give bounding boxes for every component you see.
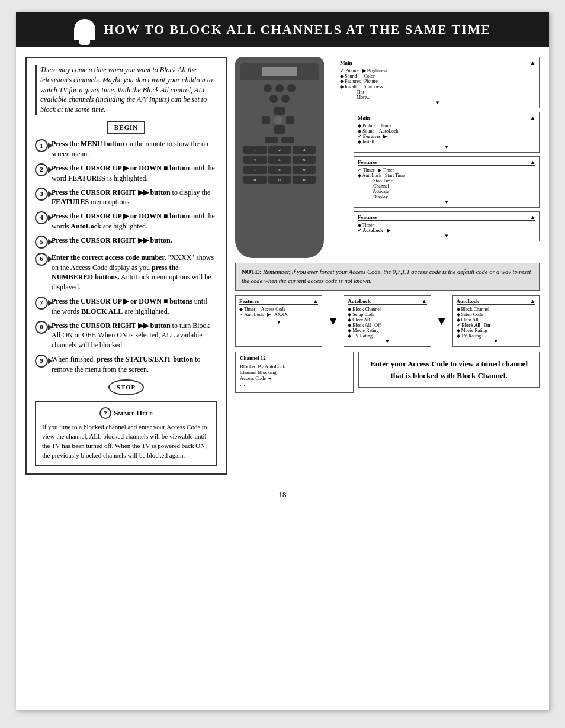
screen-main-1-title: Main▲: [340, 60, 535, 66]
screen-main-1-item3: ◆ Features Picture: [340, 79, 535, 84]
sf2-item1: ◆ Timer: [358, 223, 535, 228]
sf1-item3: Stop Time: [358, 178, 535, 183]
num-6[interactable]: 6: [293, 156, 316, 164]
sac-title: Features▲: [239, 298, 318, 305]
begin-badge: BEGIN: [107, 121, 145, 134]
screen-main-2-item3: ✓ Features ▶: [358, 134, 535, 139]
step-6-text: Enter the correct access code number. "X…: [52, 253, 217, 292]
screen-main-2-item2: ◆ Sound AutoLock: [358, 128, 535, 134]
note-label: NOTE:: [242, 269, 261, 275]
step-4-text: Press the CURSOR UP ▶ or DOWN ■ button u…: [52, 211, 217, 231]
num-2[interactable]: 2: [268, 146, 291, 154]
dpad-left[interactable]: [262, 116, 270, 124]
num-4[interactable]: 4: [243, 156, 267, 164]
enter-access-text: Enter your Access Code to view a tuned c…: [367, 358, 531, 381]
num-0c[interactable]: 0: [293, 176, 316, 184]
step-6-number: 6: [35, 253, 48, 266]
channel-blocking: Channel Blocking: [240, 369, 349, 375]
step-6: 6 Enter the correct access code number. …: [35, 253, 217, 292]
bottom-panels: Channel 12 Blocked By AutoLock Channel B…: [235, 352, 540, 393]
remote-btn-1: [264, 84, 272, 92]
san-item1: ◆ Block Channel: [457, 307, 535, 312]
step-2-number: 2: [35, 163, 48, 176]
step-1-text: Press the MENU button on the remote to s…: [52, 139, 217, 159]
numpad: 1 2 3 4 5 6 7 8 9 0 0 0: [243, 146, 316, 184]
middle-screens-row: Features▲ ◆ Timer Access Code ✓ AutoLock…: [235, 295, 540, 347]
main-content: There may come a time when you want to B…: [16, 47, 549, 484]
num-5[interactable]: 5: [268, 156, 291, 164]
step-4-number: 4: [35, 211, 48, 224]
step-7-text: Press the CURSOR UP ▶ or DOWN ■ buttons …: [52, 297, 217, 317]
channel-access: Access Code ◄: [240, 375, 349, 381]
remote-row-1: [240, 84, 319, 92]
step-3-number: 3: [35, 188, 48, 201]
sf1-item2: ◆ AutoLock Start Time: [358, 173, 535, 178]
screen-main-2-title: Main▲: [358, 115, 535, 121]
remote-top: [240, 63, 319, 80]
sao-item3: ◆ Clear All: [348, 317, 426, 323]
channel-dots: ....: [240, 381, 349, 387]
dpad-right[interactable]: [286, 116, 294, 124]
san-item2: ◆ Setup Code: [457, 312, 535, 317]
sao-item5: ◆ Movie Rating: [348, 328, 426, 333]
step-9-text: When finished, press the STATUS/EXIT but…: [52, 355, 217, 375]
sf1-item5: Activate: [358, 189, 535, 194]
remote-row-3: [240, 137, 319, 143]
arrow-indicator-2: ▼: [436, 295, 448, 347]
intro-text: There may come a time when you want to B…: [35, 65, 217, 115]
note-box: NOTE: Remember, if you ever forget your …: [235, 263, 540, 291]
remote-btn-5: [281, 95, 290, 103]
steps-column: There may come a time when you want to B…: [25, 57, 227, 475]
page-title: How to Block All Channels at the Same Ti…: [104, 22, 492, 37]
screen-access-code: Features▲ ◆ Timer Access Code ✓ AutoLock…: [235, 295, 322, 347]
right-column: 1 2 3 4 5 6 7 8 9 0 0 0: [235, 57, 540, 475]
san-item5: ◆ Movie Rating: [457, 328, 535, 333]
channel-title: Channel 12: [240, 355, 349, 361]
step-5-number: 5: [35, 236, 48, 249]
num-7[interactable]: 7: [243, 166, 267, 174]
screen-channel-blocked: Channel 12 Blocked By AutoLock Channel B…: [235, 352, 354, 393]
num-8[interactable]: 8: [268, 166, 291, 174]
dpad-center[interactable]: [274, 116, 282, 124]
screen-main-1-item: ✓ Picture ▶ Brightness: [340, 68, 535, 73]
remote-screen: [262, 67, 297, 76]
remote-row-2: [240, 95, 319, 103]
sao-item2: ◆ Setup Code: [348, 312, 426, 317]
step-3-text: Press the CURSOR RIGHT ▶▶ button to disp…: [52, 188, 217, 208]
dpad-up[interactable]: [274, 107, 285, 115]
num-9[interactable]: 9: [293, 166, 316, 174]
screen-autolock-on: AutoLock▲ ◆ Block Channel ◆ Setup Code ◆…: [452, 295, 540, 347]
screen-main-2: Main▲ ◆ Picture Timer ◆ Sound AutoLock ✓…: [354, 112, 540, 153]
sf2-item2: ✓ AutoLock ▶: [358, 228, 535, 233]
screens-stack: Main▲ ✓ Picture ▶ Brightness ◆ Sound Col…: [336, 57, 540, 241]
screen-main-1-item4: ◆ Install Sharpness: [340, 84, 535, 89]
step-7-number: 7: [35, 297, 48, 310]
remote-area: 1 2 3 4 5 6 7 8 9 0 0 0: [235, 57, 540, 258]
san-item3: ◆ Clear All: [457, 317, 535, 323]
num-1[interactable]: 1: [243, 146, 267, 154]
sf1-item6: Display: [358, 194, 535, 199]
screen-autolock-off: AutoLock▲ ◆ Block Channel ◆ Setup Code ◆…: [344, 295, 431, 347]
step-4: 4 Press the CURSOR UP ▶ or DOWN ■ button…: [35, 211, 217, 231]
dpad-down[interactable]: [274, 125, 285, 134]
step-5-text: Press the CURSOR RIGHT ▶▶ button.: [52, 236, 217, 246]
step-2: 2 Press the CURSOR UP ▶ or DOWN ■ button…: [35, 163, 217, 183]
san-title: AutoLock▲: [457, 298, 535, 305]
sao-title: AutoLock▲: [348, 298, 426, 305]
stop-badge: STOP: [108, 379, 145, 395]
enter-access-box: Enter your Access Code to view a tuned c…: [358, 352, 540, 388]
screen-features-1: Features▲ ✓ Timer ▶ Timer ◆ AutoLock Sta…: [354, 156, 540, 208]
sac-item1: ◆ Timer Access Code: [239, 307, 318, 312]
screen-features-2-title: Features▲: [358, 214, 535, 221]
page-header: How to Block All Channels at the Same Ti…: [16, 12, 549, 47]
step-1: 1 Press the MENU button on the remote to…: [35, 139, 217, 159]
num-0a[interactable]: 0: [243, 176, 267, 184]
smart-help-box: ? Smart Help If you tune to a blocked ch…: [35, 401, 217, 466]
screen-features-2: Features▲ ◆ Timer ✓ AutoLock ▶ ▼: [354, 211, 540, 241]
arrow-indicator: ▼: [327, 295, 339, 347]
smart-help-label: Smart Help: [114, 408, 152, 418]
help-icon: ?: [99, 407, 111, 419]
step-5: 5 Press the CURSOR RIGHT ▶▶ button.: [35, 236, 217, 249]
num-0b[interactable]: 0: [268, 176, 291, 184]
num-3[interactable]: 3: [293, 146, 316, 154]
